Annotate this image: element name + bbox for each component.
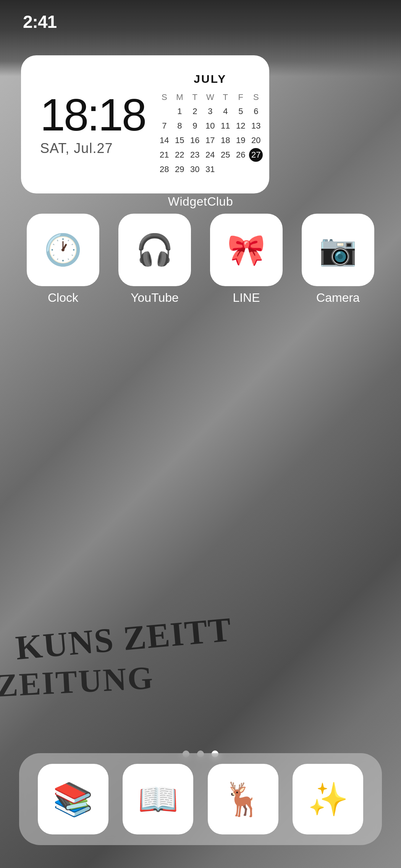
- cal-day-empty: [157, 105, 172, 118]
- cal-day-23: 23: [187, 148, 202, 162]
- line-label: LINE: [233, 291, 260, 305]
- calendar-grid: S M T W T F S 1 2 3 4 5 6 7 8 9 10 11 12…: [157, 91, 264, 176]
- cal-day-21: 21: [157, 148, 172, 162]
- cal-day-18: 18: [218, 134, 233, 147]
- app-icons-row: 🕐 Clock 🎧 YouTube 🎀 LINE 📷 Camera: [21, 214, 380, 305]
- camera-label: Camera: [316, 291, 360, 305]
- cal-day-29: 29: [172, 163, 187, 176]
- cal-day-empty2: [218, 163, 233, 176]
- dock-app-deer[interactable]: 🦌: [208, 764, 278, 834]
- cal-header-f: F: [233, 91, 248, 104]
- cal-day-30: 30: [187, 163, 202, 176]
- app-item-camera[interactable]: 📷 Camera: [296, 214, 380, 305]
- calendar-month: JULY: [157, 72, 264, 85]
- app-item-line[interactable]: 🎀 LINE: [204, 214, 288, 305]
- cal-day-16: 16: [187, 134, 202, 147]
- app-item-clock[interactable]: 🕐 Clock: [21, 214, 105, 305]
- cal-day-9: 9: [187, 119, 202, 133]
- cal-day-13: 13: [248, 119, 264, 133]
- cal-day-2: 2: [187, 105, 202, 118]
- cal-header-th: T: [218, 91, 233, 104]
- cal-day-17: 17: [202, 134, 218, 147]
- cal-day-11: 11: [218, 119, 233, 133]
- calendar-widget[interactable]: 18:18 SAT, Jul.27 JULY S M T W T F S 1 2…: [21, 55, 269, 193]
- cal-day-26: 26: [233, 148, 248, 162]
- youtube-label: YouTube: [131, 291, 179, 305]
- cal-day-22: 22: [172, 148, 187, 162]
- status-bar-time: 2:41: [23, 11, 57, 32]
- youtube-icon[interactable]: 🎧: [118, 214, 191, 286]
- cal-header-w: W: [202, 91, 218, 104]
- clock-icon[interactable]: 🕐: [27, 214, 99, 286]
- cal-day-4: 4: [218, 105, 233, 118]
- cal-day-empty4: [248, 163, 264, 176]
- cal-day-14: 14: [157, 134, 172, 147]
- cal-day-12: 12: [233, 119, 248, 133]
- cal-day-3: 3: [202, 105, 218, 118]
- cal-day-15: 15: [172, 134, 187, 147]
- cal-header-m: M: [172, 91, 187, 104]
- dock-app-stars[interactable]: ✨: [293, 764, 363, 834]
- cal-header-t: T: [187, 91, 202, 104]
- clock-label: Clock: [48, 291, 78, 305]
- cal-day-5: 5: [233, 105, 248, 118]
- line-icon[interactable]: 🎀: [210, 214, 283, 286]
- cal-day-20: 20: [248, 134, 264, 147]
- cal-day-10: 10: [202, 119, 218, 133]
- cal-day-6: 6: [248, 105, 264, 118]
- cal-day-empty3: [233, 163, 248, 176]
- cal-day-7: 7: [157, 119, 172, 133]
- cal-day-19: 19: [233, 134, 248, 147]
- cal-day-28: 28: [157, 163, 172, 176]
- cal-day-8: 8: [172, 119, 187, 133]
- widget-date: SAT, Jul.27: [40, 140, 145, 156]
- cal-day-1: 1: [172, 105, 187, 118]
- dock: 📚 📖 🦌 ✨: [19, 753, 382, 845]
- cal-day-31: 31: [202, 163, 218, 176]
- cal-day-27-today: 27: [248, 148, 264, 162]
- cal-day-24: 24: [202, 148, 218, 162]
- app-item-youtube[interactable]: 🎧 YouTube: [113, 214, 197, 305]
- widget-time: 18:18: [40, 92, 145, 137]
- newspaper-headline1: KUNS ZEITT: [14, 609, 234, 667]
- cal-header-sa: S: [248, 91, 264, 104]
- dock-app-reading[interactable]: 📖: [123, 764, 193, 834]
- widget-clock-section: 18:18 SAT, Jul.27: [40, 92, 145, 156]
- widget-calendar-section: JULY S M T W T F S 1 2 3 4 5 6 7 8 9 10 …: [157, 72, 264, 176]
- cal-header-s: S: [157, 91, 172, 104]
- camera-icon[interactable]: 📷: [302, 214, 374, 286]
- widget-club-label: WidgetClub: [0, 195, 401, 209]
- newspaper-headline2: ZEITUNG: [0, 659, 155, 704]
- cal-day-25: 25: [218, 148, 233, 162]
- dock-app-books[interactable]: 📚: [38, 764, 108, 834]
